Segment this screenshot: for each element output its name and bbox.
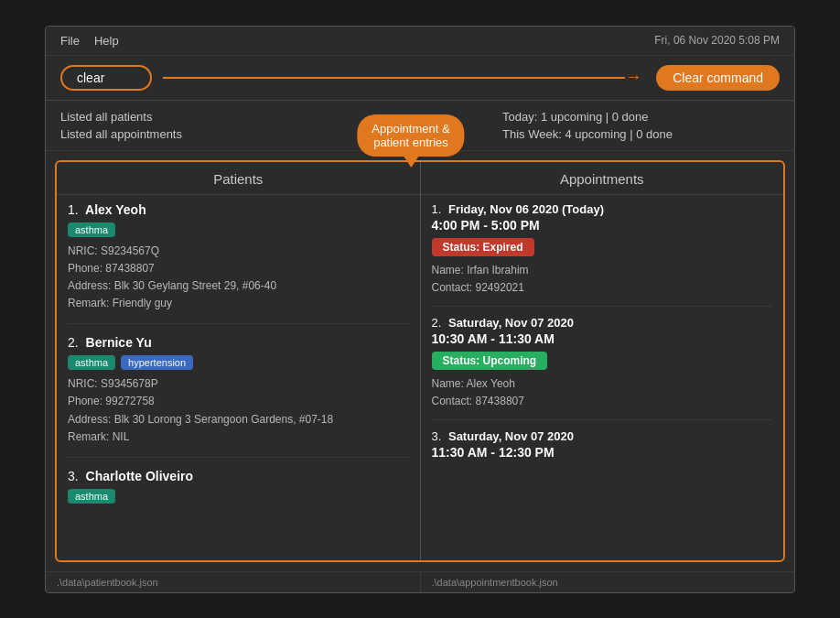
info-bar: Listed all patients Listed all appointme… <box>46 101 794 151</box>
patient-name-text: Charlotte Oliveiro <box>86 469 193 483</box>
patient-num: 3. <box>68 469 79 483</box>
appt-day: 3. Saturday, Nov 07 2020 <box>432 429 773 443</box>
patient-entry: 2. Bernice Yu asthma hypertension NRIC: … <box>68 335 409 458</box>
tag-asthma: asthma <box>68 489 115 504</box>
patient-name: 3. Charlotte Oliveiro <box>68 469 409 483</box>
patients-panel-title: Patients <box>57 162 420 195</box>
status-badge-upcoming: Status: Upcoming <box>432 352 548 370</box>
clear-command-button[interactable]: Clear command <box>656 65 780 91</box>
menu-bar: File Help Fri, 06 Nov 2020 5:08 PM <box>46 27 794 56</box>
command-input[interactable]: clear <box>60 65 152 91</box>
tag-hypertension: hypertension <box>121 355 193 370</box>
app-window: File Help Fri, 06 Nov 2020 5:08 PM clear… <box>45 26 795 593</box>
appt-detail: Name: Irfan Ibrahim Contact: 92492021 <box>432 262 773 297</box>
appt-time: 11:30 AM - 12:30 PM <box>432 445 773 460</box>
menu-file[interactable]: File <box>60 34 80 48</box>
appt-time: 4:00 PM - 5:00 PM <box>432 218 773 233</box>
main-content: Patients 1. Alex Yeoh asthma NRIC: S9234… <box>55 160 785 562</box>
appt-day: 1. Friday, Nov 06 2020 (Today) <box>432 202 773 216</box>
command-bar: clear → Clear command <box>46 56 794 101</box>
patients-panel: Patients 1. Alex Yeoh asthma NRIC: S9234… <box>57 162 421 560</box>
appt-day: 2. Saturday, Nov 07 2020 <box>432 316 773 330</box>
patient-name-text: Alex Yeoh <box>85 202 146 217</box>
patient-tags: asthma <box>68 489 409 504</box>
week-stats: This Week: 4 upcoming | 0 done <box>502 127 780 141</box>
appt-num: 2. <box>432 316 442 330</box>
patients-scroll[interactable]: 1. Alex Yeoh asthma NRIC: S9234567Q Phon… <box>57 195 420 560</box>
patient-num: 1. <box>68 202 79 217</box>
patient-num: 2. <box>68 335 79 350</box>
patient-name: 1. Alex Yeoh <box>68 202 409 217</box>
patient-name-text: Bernice Yu <box>86 335 152 350</box>
status-left: .\data\patientbook.json <box>46 572 420 592</box>
appointment-entry: 3. Saturday, Nov 07 2020 11:30 AM - 12:3… <box>432 429 773 474</box>
appt-num: 3. <box>432 429 442 443</box>
appt-day-text: Saturday, Nov 07 2020 <box>448 316 574 330</box>
tag-asthma: asthma <box>68 222 115 237</box>
patient-detail: NRIC: S9345678P Phone: 99272758 Address:… <box>68 375 409 446</box>
appointments-panel: Appointments 1. Friday, Nov 06 2020 (Tod… <box>421 162 784 560</box>
status-badge-expired: Status: Expired <box>432 238 534 256</box>
appt-detail: Name: Alex Yeoh Contact: 87438807 <box>432 375 773 410</box>
patient-entry: 1. Alex Yeoh asthma NRIC: S9234567Q Phon… <box>68 202 409 325</box>
appointments-scroll[interactable]: 1. Friday, Nov 06 2020 (Today) 4:00 PM -… <box>421 195 784 560</box>
appt-num: 1. <box>432 202 442 216</box>
patient-tags: asthma hypertension <box>68 355 409 370</box>
appt-day-text: Friday, Nov 06 2020 (Today) <box>448 202 604 216</box>
menu-items: File Help <box>60 34 119 48</box>
menu-timestamp: Fri, 06 Nov 2020 5:08 PM <box>654 34 780 47</box>
appointments-panel-title: Appointments <box>421 162 784 195</box>
menu-help[interactable]: Help <box>94 34 119 48</box>
appointment-entry: 1. Friday, Nov 06 2020 (Today) 4:00 PM -… <box>432 202 773 307</box>
patient-entry: 3. Charlotte Oliveiro asthma <box>68 469 409 520</box>
status-right: .\data\appointmentbook.json <box>420 572 795 592</box>
listed-patients-text: Listed all patients <box>60 110 338 124</box>
today-stats: Today: 1 upcoming | 0 done <box>502 110 780 124</box>
info-right: Today: 1 upcoming | 0 done This Week: 4 … <box>484 110 780 141</box>
patient-tags: asthma <box>68 222 409 237</box>
appointment-entry: 2. Saturday, Nov 07 2020 10:30 AM - 11:3… <box>432 316 773 420</box>
status-bar: .\data\patientbook.json .\data\appointme… <box>46 571 794 592</box>
arrow-icon: → <box>625 68 641 87</box>
listed-appointments-text: Listed all appointments <box>60 127 338 141</box>
appointment-entries-bubble: Appointment & patient entries <box>357 114 464 157</box>
appt-time: 10:30 AM - 11:30 AM <box>432 331 773 346</box>
arrow-line: → <box>163 68 645 87</box>
appt-day-text: Saturday, Nov 07 2020 <box>448 429 574 443</box>
info-left: Listed all patients Listed all appointme… <box>60 110 338 141</box>
tag-asthma: asthma <box>68 355 115 370</box>
patient-detail: NRIC: S9234567Q Phone: 87438807 Address:… <box>68 243 409 313</box>
patient-name: 2. Bernice Yu <box>68 335 409 350</box>
